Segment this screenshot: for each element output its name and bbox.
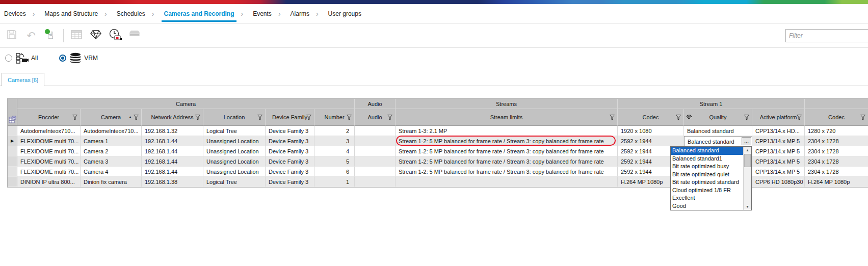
cell-location[interactable]: Unassigned Location [203, 156, 266, 167]
tab-cameras[interactable]: Cameras [6] [2, 73, 44, 86]
cell-encoder[interactable]: FLEXIDOME multi 70... [17, 146, 81, 156]
cell-location[interactable]: Logical Tree [203, 126, 266, 136]
filter-funnel-icon[interactable] [134, 115, 139, 121]
vrm-radio-option[interactable]: VRM [59, 52, 98, 64]
cell-codec-stream2[interactable]: 2304 x 1728 [805, 167, 868, 177]
nav-user-groups[interactable]: User groups [328, 10, 361, 17]
cell-quality-stream1[interactable]: Balanced standard [684, 126, 752, 136]
column-header-location[interactable]: Location [203, 109, 266, 126]
nav-schedules[interactable]: Schedules [117, 10, 145, 17]
save-button[interactable] [4, 28, 19, 43]
cell-device-family[interactable]: Device Family 3 [266, 136, 314, 146]
cell-device-family[interactable]: Device Family 3 [266, 146, 314, 156]
cell-codec-stream2[interactable]: H.264 MP 1080p [805, 177, 868, 187]
cell-network-address[interactable]: 192.168.1.44 [142, 167, 203, 177]
cell-audio[interactable] [355, 156, 396, 167]
cell-active-platform[interactable]: CPP13/14.x MP 5 [752, 136, 805, 146]
column-header-codec-stream1[interactable]: Codec [618, 109, 684, 126]
filter-funnel-icon[interactable] [257, 115, 262, 121]
cell-location[interactable]: Unassigned Location [203, 167, 266, 177]
nav-cameras-and-recording[interactable]: Cameras and Recording [164, 10, 234, 17]
cell-encoder[interactable]: AutodomeInteox710... [17, 126, 81, 136]
cell-active-platform[interactable]: CPP13/14.x MP 5 [752, 146, 805, 156]
quality-more-button[interactable]: ... [742, 137, 751, 145]
cell-number[interactable]: 4 [314, 146, 355, 156]
scheduled-recording-button[interactable] [108, 28, 123, 43]
cell-active-platform[interactable]: CPP13/14.x HD... [752, 126, 805, 136]
cell-stream-limits[interactable]: Stream 1-3: 2.1 MP [396, 126, 618, 136]
column-header-stream-limits[interactable]: Stream limits [396, 109, 618, 126]
row-selector[interactable] [8, 146, 17, 156]
cell-codec-stream2[interactable]: 2304 x 1728 [805, 136, 868, 146]
cell-camera[interactable]: Dinion fix camera [81, 177, 142, 187]
cell-active-platform[interactable]: CPP13/14.x MP 5 [752, 167, 805, 177]
column-header-camera[interactable]: Camera ▲ [81, 109, 142, 126]
cell-device-family[interactable]: Device Family 3 [266, 126, 314, 136]
filter-funnel-icon[interactable] [860, 115, 865, 121]
cell-number[interactable]: 2 [314, 126, 355, 136]
cell-encoder[interactable]: FLEXIDOME multi 70... [17, 167, 81, 177]
cell-camera[interactable]: AutodomeInteox710... [81, 126, 142, 136]
cell-audio[interactable] [355, 167, 396, 177]
nav-alarms[interactable]: Alarms [291, 10, 309, 17]
filter-funnel-icon[interactable] [676, 115, 681, 121]
cell-camera[interactable]: Camera 3 [81, 156, 142, 167]
cell-camera[interactable]: Camera 1 [81, 136, 142, 146]
quality-editor-cell[interactable]: Balanced standard ... [684, 136, 752, 146]
dropdown-scrollbar[interactable]: ▲ ▼ [743, 147, 751, 210]
cell-camera[interactable]: Camera 2 [81, 146, 142, 156]
cell-network-address[interactable]: 192.168.1.44 [142, 146, 203, 156]
dropdown-item[interactable]: Cloud optimized 1/8 FR [671, 187, 743, 195]
column-header-codec-stream2[interactable]: Codec [805, 109, 868, 126]
cell-location[interactable]: Logical Tree [203, 177, 266, 187]
scroll-up-icon[interactable]: ▲ [744, 147, 751, 153]
cell-number[interactable]: 1 [314, 177, 355, 187]
column-header-number[interactable]: Number [314, 109, 355, 126]
filter-input[interactable] [785, 29, 868, 42]
cell-encoder[interactable]: FLEXIDOME multi 70... [17, 136, 81, 146]
column-header-device-family[interactable]: Device Family [266, 109, 314, 126]
all-radio-option[interactable]: All [5, 52, 38, 64]
cell-encoder[interactable]: FLEXIDOME multi 70... [17, 156, 81, 167]
cell-device-family[interactable]: Device Family 3 [266, 167, 314, 177]
filter-funnel-icon[interactable] [387, 115, 392, 121]
column-header-network-address[interactable]: Network Address [142, 109, 203, 126]
scrollbar-thumb[interactable] [744, 154, 751, 167]
column-header-audio[interactable]: Audio [355, 109, 396, 126]
cell-location[interactable]: Unassigned Location [203, 136, 266, 146]
dropdown-item[interactable]: Balanced standard1 [671, 155, 743, 163]
row-selector[interactable] [8, 156, 17, 167]
cell-network-address[interactable]: 192.168.1.44 [142, 156, 203, 167]
column-header-encoder[interactable]: Encoder [17, 109, 81, 126]
cell-audio[interactable] [355, 177, 396, 187]
dropdown-item[interactable]: Good [671, 202, 743, 210]
cell-location[interactable]: Unassigned Location [203, 146, 266, 156]
dropdown-item[interactable]: Bit rate optimized standard [671, 178, 743, 187]
stream-quality-button[interactable] [88, 28, 103, 43]
activate-changes-button[interactable]: ☝ [43, 28, 58, 43]
cell-codec-stream1[interactable]: 2592 x 1944 [618, 136, 684, 146]
cell-network-address[interactable]: 192.168.1.38 [142, 177, 203, 187]
cell-network-address[interactable]: 192.168.1.44 [142, 136, 203, 146]
nav-maps-and-structure[interactable]: Maps and Structure [44, 10, 98, 17]
cell-number[interactable]: 6 [314, 167, 355, 177]
cell-stream-limits[interactable]: Stream 1-2: 5 MP balanced for frame rate… [396, 146, 618, 156]
table-editor-icon[interactable] [9, 116, 16, 124]
cell-audio[interactable] [355, 146, 396, 156]
filter-funnel-icon[interactable] [72, 115, 77, 121]
cell-number[interactable]: 5 [314, 156, 355, 167]
filter-funnel-icon[interactable] [347, 115, 352, 121]
cell-active-platform[interactable]: CPP6 HD 1080p30 [752, 177, 805, 187]
radio-checked-icon[interactable] [59, 55, 66, 62]
cell-stream-limits[interactable]: Stream 1-2: 5 MP balanced for frame rate… [396, 167, 618, 177]
cell-codec-stream2[interactable]: 1280 x 720 [805, 126, 868, 136]
filter-funnel-icon[interactable] [744, 115, 749, 121]
cell-audio[interactable] [355, 126, 396, 136]
camera-dome-button[interactable] [127, 28, 142, 43]
dropdown-item[interactable]: Balanced standard [671, 147, 743, 155]
current-row-indicator[interactable]: ▶ [8, 136, 17, 146]
cell-codec-stream2[interactable]: 2304 x 1728 [805, 156, 868, 167]
nav-events[interactable]: Events [253, 10, 272, 17]
cell-stream-limits[interactable] [396, 177, 618, 187]
cell-audio[interactable] [355, 136, 396, 146]
